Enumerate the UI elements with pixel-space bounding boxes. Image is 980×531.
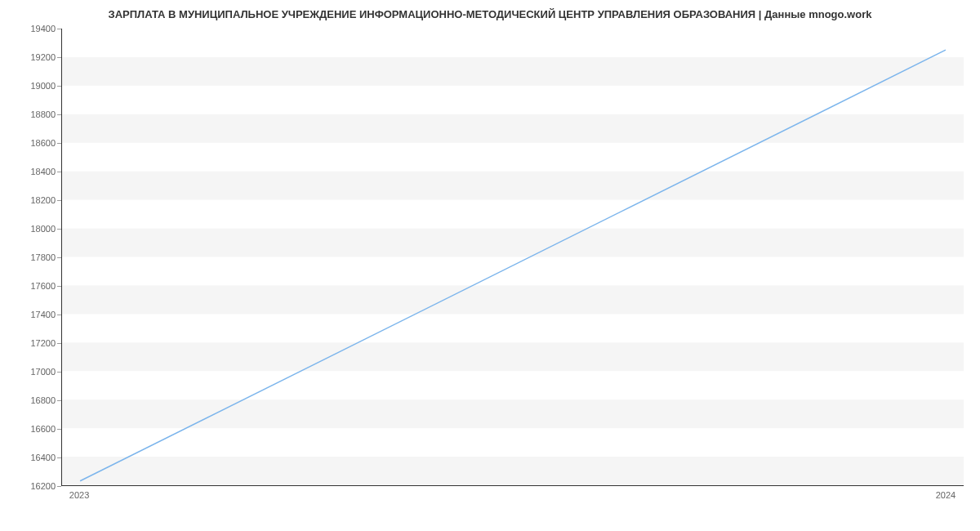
y-tick-mark (57, 400, 61, 401)
y-tick-label: 17400 (30, 310, 56, 319)
y-tick-label: 17600 (30, 281, 56, 291)
x-tick-label: 2023 (69, 490, 89, 500)
y-tick-mark (57, 86, 61, 87)
y-tick-mark (57, 286, 61, 287)
y-tick-label: 18000 (30, 224, 56, 234)
chart-title: ЗАРПЛАТА В МУНИЦИПАЛЬНОЕ УЧРЕЖДЕНИЕ ИНФО… (0, 8, 980, 20)
y-tick-mark (57, 315, 61, 315)
y-tick-label: 18400 (30, 167, 56, 176)
y-tick-label: 19400 (30, 24, 56, 33)
x-tick-label: 2024 (936, 490, 956, 500)
y-tick-mark (57, 429, 61, 430)
y-tick-label: 16200 (30, 481, 56, 491)
chart-container: ЗАРПЛАТА В МУНИЦИПАЛЬНОЕ УЧРЕЖДЕНИЕ ИНФО… (0, 0, 980, 531)
y-tick-mark (57, 57, 61, 58)
y-tick-label: 19200 (30, 52, 56, 62)
y-tick-label: 18200 (30, 195, 56, 205)
y-tick-mark (57, 114, 61, 115)
y-tick-mark (57, 200, 61, 201)
y-tick-label: 16800 (30, 395, 56, 405)
y-tick-label: 17800 (30, 252, 56, 262)
y-tick-mark (57, 257, 61, 258)
y-tick-label: 18600 (30, 138, 56, 148)
y-tick-label: 18800 (30, 109, 56, 119)
y-tick-mark (57, 486, 61, 487)
y-tick-label: 16600 (30, 424, 56, 434)
plot-area (61, 29, 964, 486)
y-tick-mark (57, 143, 61, 144)
data-line-svg (62, 29, 964, 485)
y-tick-mark (57, 457, 61, 458)
y-tick-mark (57, 372, 61, 373)
y-tick-label: 17200 (30, 338, 56, 348)
y-tick-label: 17000 (30, 367, 56, 377)
y-tick-mark (57, 172, 61, 172)
y-tick-label: 16400 (30, 453, 56, 462)
y-tick-mark (57, 343, 61, 344)
y-tick-label: 19000 (30, 81, 56, 91)
data-line (80, 50, 946, 481)
y-tick-mark (57, 29, 61, 29)
y-tick-mark (57, 229, 61, 230)
